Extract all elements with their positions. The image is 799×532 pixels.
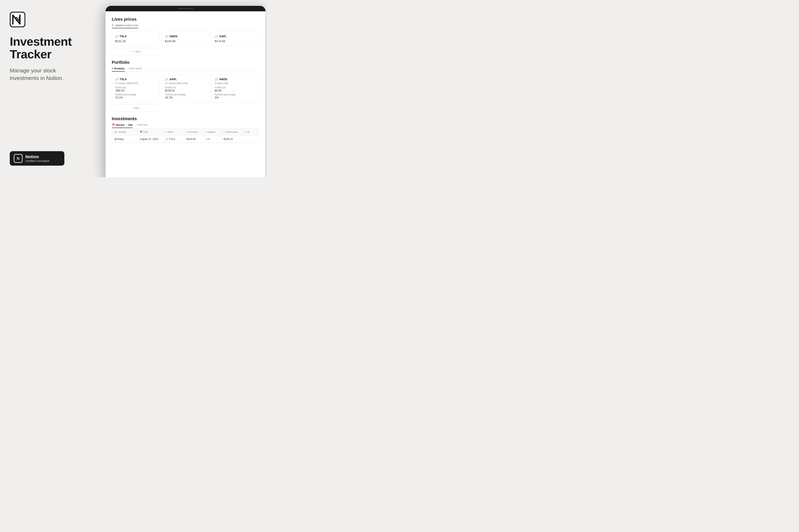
col-gr: Σ Gr (243, 129, 258, 135)
plus-icon-portfolio: + (132, 107, 134, 110)
row-shares: 1.3 (204, 136, 221, 142)
live-prices-title: Lives prices (112, 17, 259, 22)
arrow-icon: ↗ (165, 131, 167, 133)
refresh-icon: ↻ (112, 24, 114, 27)
tablet-screen: Lives prices ↻ Updates every 5 min 📈 TSL… (106, 11, 266, 177)
tab-portfolio[interactable]: ≡ Portfolio (112, 67, 125, 72)
sigma-icon-gr: Σ (245, 131, 246, 133)
aapl-pct-value: 29.7% (165, 96, 206, 99)
chart-icon-portfolio-tsla: 📈 (115, 78, 118, 81)
portfolio-ticker-aapl: 📈 AAPL (165, 78, 206, 81)
tablet-camera (178, 8, 193, 9)
aapl-pct-label: Portfolio percentage (165, 93, 206, 96)
portfolio-card-aapl: 📈 AAPL 2.4 shares ($422.016) Profit/Loss… (161, 74, 209, 102)
row-gr (243, 136, 258, 142)
amzn-pct-value: 0% (215, 96, 256, 99)
tab-add-new[interactable]: + Add new (136, 123, 148, 126)
stock-ticker-tsla: 📈 TSLA (115, 35, 156, 38)
certified-badge: N Notion Certified Consultant (10, 151, 64, 166)
row-date: August 22, 2023 (137, 136, 163, 142)
svg-text:N: N (15, 15, 20, 22)
stock-ticker-aapl: 📈 AAPL (215, 35, 256, 38)
badge-notion-label: Notion (25, 154, 49, 159)
hash-icon-shares: # (206, 131, 207, 133)
aapl-shares: 2.4 shares ($422.016) (165, 82, 206, 85)
tablet-device: Lives prices ↻ Updates every 5 min 📈 TSL… (106, 6, 266, 177)
amzn-pl-value: $0.00 (215, 89, 256, 92)
chart-icon-portfolio-aapl: 📈 (165, 78, 168, 81)
investments-section: Investments 📅 Recent → Old + Add new (112, 116, 259, 143)
stock-price-amzn: $134.68 (165, 39, 206, 43)
stock-price-aapl: $175.84 (215, 39, 256, 43)
table-header: Aa Aa Day 📅 Date ↗ Stock (112, 129, 259, 136)
stack-icon: ≡ (112, 67, 113, 70)
portfolio-ticker-amzn: 📈 AMZN (215, 78, 256, 81)
investments-tabs: 📅 Recent → Old + Add new (112, 123, 259, 126)
badge-text: Notion Certified Consultant (25, 154, 49, 163)
col-day: Aa Aa Day (112, 129, 137, 135)
update-label: Updates every 5 min (115, 24, 138, 27)
screen-content: Lives prices ↻ Updates every 5 min 📈 TSL… (106, 11, 266, 177)
investments-table: Aa Aa Day 📅 Date ↗ Stock (112, 129, 259, 143)
portfolio-new-button[interactable]: + New (112, 104, 159, 112)
tsla-pct-label: Portfolio percentage (115, 93, 156, 96)
plus-icon: + (131, 50, 132, 53)
portfolio-card-amzn: 📈 AMZN 0 shares ($0) Profit/Loss $0.00 P… (211, 74, 259, 102)
live-prices-new-button[interactable]: + + New (112, 48, 159, 55)
row-share-price: $326.15 (221, 136, 243, 142)
tsla-pl-label: Profit/Loss (115, 86, 156, 89)
app-title: Investment Tracker (10, 35, 80, 60)
chart-icon-aapl: 📈 (215, 35, 218, 38)
portfolio-ticker-tsla: 📈 TSLA (115, 78, 156, 81)
amzn-pct-label: Portfolio percentage (215, 93, 256, 96)
aapl-pl-value: $158.02 (165, 89, 206, 92)
row-day: @Today (112, 136, 137, 142)
svg-text:N: N (17, 156, 20, 161)
amzn-pl-label: Profit/Loss (215, 86, 256, 89)
text-icon: Aa (114, 131, 117, 133)
investments-title: Investments (112, 116, 259, 121)
calendar-col-icon: 📅 (140, 131, 142, 133)
tablet-camera-bar (106, 6, 266, 11)
col-date: 📅 Date (137, 129, 163, 135)
aapl-pl-label: Profit/Loss (165, 86, 206, 89)
col-stock: ↗ Stock (163, 129, 184, 135)
live-prices-subtitle: ↻ Updates every 5 min (112, 24, 138, 28)
stock-chart-icon: 📈 (165, 137, 168, 140)
left-panel: N Investment Tracker Manage your stockin… (0, 0, 90, 177)
tab-new-asset[interactable]: + New asset (128, 67, 142, 70)
right-panel: Lives prices ↻ Updates every 5 min 📈 TSL… (101, 0, 266, 177)
app-subtitle: Manage your stockinvestments in Notion. (10, 67, 80, 82)
stock-card-aapl: 📈 AAPL $175.84 (211, 32, 259, 46)
portfolio-grid: 📈 TSLA 4.3 shares ($994.504) Profit/Loss… (112, 74, 259, 102)
chart-icon-amzn: 📈 (165, 35, 168, 38)
col-shares: # Shares (204, 129, 221, 135)
tsla-shares: 4.3 shares ($994.504) (115, 82, 156, 85)
badge-certified-label: Certified Consultant (25, 159, 49, 163)
chart-icon-portfolio-amzn: 📈 (215, 78, 218, 81)
portfolio-card-tsla: 📈 TSLA 4.3 shares ($994.504) Profit/Loss… (112, 74, 159, 102)
live-prices-section: Lives prices ↻ Updates every 5 min 📈 TSL… (112, 17, 259, 55)
tsla-pct-value: 70.2% (115, 96, 156, 99)
portfolio-tabs: ≡ Portfolio + New asset (112, 67, 259, 72)
hash-icon-invested: # (187, 131, 188, 133)
col-invested: # Invested (184, 129, 204, 135)
stock-price-tsla: $231.28 (115, 39, 156, 43)
badge-notion-icon: N (14, 154, 23, 163)
stock-card-amzn: 📈 AMZN $134.68 (161, 32, 209, 46)
row-invested: $424.00 (184, 136, 204, 142)
col-share-price: Σ Share price (221, 129, 243, 135)
portfolio-title: Portfolio (112, 60, 259, 65)
portfolio-section: Portfolio ≡ Portfolio + New asset (112, 60, 259, 112)
calendar-icon: 📅 (112, 124, 115, 127)
amzn-shares: 0 shares ($0) (215, 82, 256, 85)
notion-logo: N (10, 12, 25, 27)
tab-recent-old[interactable]: 📅 Recent → Old (112, 124, 132, 128)
stock-card-tsla: 📈 TSLA $231.28 (112, 32, 159, 46)
chart-icon-tsla: 📈 (115, 35, 118, 38)
sigma-icon: Σ (224, 131, 225, 133)
table-row: @Today August 22, 2023 📈 TSLA $424.00 1.… (112, 136, 259, 142)
stock-ticker-amzn: 📈 AMZN (165, 35, 206, 38)
row-stock: 📈 TSLA (163, 136, 184, 142)
tsla-pl-value: -$56.50 (115, 89, 156, 92)
